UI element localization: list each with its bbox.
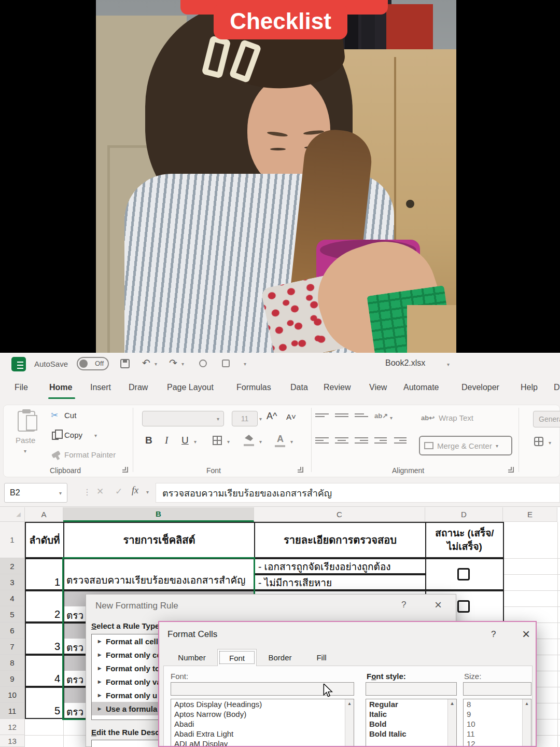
nfr-help-icon[interactable]: ? [401, 600, 406, 610]
confirm-entry-icon[interactable]: ✓ [115, 486, 122, 497]
customize-toolbar-chevron-icon[interactable]: ▾ [244, 361, 246, 367]
font-style-option[interactable]: Bold [366, 719, 456, 729]
tab-border[interactable]: Border [257, 649, 303, 666]
accounting-format-chevron-icon[interactable]: ▾ [549, 440, 551, 446]
size-option[interactable]: 9 [464, 709, 531, 719]
row-header-9[interactable]: 9 [0, 671, 25, 687]
fc-help-icon[interactable]: ? [491, 629, 496, 640]
italic-icon[interactable]: I [165, 435, 168, 446]
wrap-text-button[interactable]: Wrap Text [439, 413, 473, 422]
fc-close-icon[interactable]: × [522, 626, 530, 642]
tab-page-layout[interactable]: Page Layout [167, 383, 214, 392]
align-top-icon[interactable] [315, 412, 329, 421]
cell-a8[interactable]: 4 [25, 655, 64, 687]
excel-logo-icon[interactable] [11, 357, 26, 371]
redo-chevron-icon[interactable]: ▾ [181, 361, 184, 367]
copy-button[interactable]: Copy [64, 431, 82, 439]
row-header-4[interactable]: 4 [0, 590, 25, 606]
decrease-indent-icon[interactable] [374, 436, 388, 445]
cell-c2[interactable]: - เอกสารถูกจัดเรียงอย่างถูกต้อง [254, 558, 426, 574]
font-color-chevron-icon[interactable]: ▾ [290, 439, 293, 445]
status-checkbox[interactable] [457, 568, 470, 580]
tab-number[interactable]: Number [166, 649, 217, 666]
row-header-8[interactable]: 8 [0, 655, 25, 671]
align-center-icon[interactable] [335, 436, 348, 445]
tab-automate[interactable]: Automate [403, 383, 439, 392]
row-header-2[interactable]: 2 [0, 558, 25, 574]
select-all-corner[interactable]: ◢ [0, 507, 25, 522]
font-option[interactable]: ADLaM Display [171, 739, 354, 747]
row-header-5[interactable]: 5 [0, 606, 25, 622]
cell-b2-active[interactable]: ตรวจสอบความเรียบร้อยของเอกสารสำคัญ [63, 558, 255, 590]
fill-color-chevron-icon[interactable]: ▾ [259, 439, 262, 445]
font-option[interactable]: Abadi Extra Light [171, 729, 354, 739]
cell-c1[interactable]: รายละเอียดการตรวจสอบ [254, 522, 426, 558]
paste-chevron-icon[interactable]: ▾ [24, 448, 26, 454]
name-box[interactable]: B2 ▾ [4, 483, 67, 503]
autosave-toggle[interactable]: Off [77, 357, 109, 370]
increase-indent-icon[interactable] [394, 436, 408, 445]
cancel-entry-icon[interactable]: ✕ [96, 486, 104, 497]
grow-font-icon[interactable]: A^ [267, 411, 277, 422]
tab-formulas[interactable]: Formulas [236, 383, 271, 392]
style-list-scrollbar[interactable]: ▴ [447, 699, 456, 747]
tab-fill[interactable]: Fill [303, 649, 340, 666]
tab-review[interactable]: Review [324, 383, 351, 392]
tab-insert[interactable]: Insert [90, 383, 111, 392]
row-header-6[interactable]: 6 [0, 622, 25, 639]
tab-home[interactable]: Home [49, 383, 72, 392]
row-header-13[interactable]: 13 [0, 735, 25, 747]
qat-list-icon[interactable] [222, 359, 230, 367]
font-size-input[interactable] [463, 682, 531, 696]
font-size-combobox[interactable]: 11 [232, 411, 258, 426]
column-header-a[interactable]: A [25, 507, 63, 522]
scroll-up-icon[interactable]: ▴ [348, 700, 351, 706]
format-painter-button[interactable]: Format Painter [64, 450, 116, 459]
column-header-e[interactable]: E [503, 507, 557, 522]
cut-button[interactable]: Cut [64, 411, 76, 420]
tab-file[interactable]: File [15, 383, 28, 392]
copy-chevron-icon[interactable]: ▾ [94, 433, 97, 438]
cut-icon[interactable]: ✂ [51, 410, 58, 421]
scroll-up-icon[interactable]: ▴ [525, 700, 528, 706]
column-header-d[interactable]: D [425, 507, 503, 522]
orientation-chevron-icon[interactable]: ▾ [390, 415, 393, 421]
font-style-input[interactable] [366, 682, 457, 696]
qat-shape-icon[interactable] [199, 359, 207, 367]
paste-icon[interactable] [18, 411, 35, 432]
cell-a10[interactable]: 5 [25, 687, 64, 719]
workbook-filename[interactable]: Book2.xlsx [385, 358, 425, 368]
font-name-combobox[interactable] [142, 411, 224, 426]
wrap-text-icon[interactable]: ab↩ [421, 414, 435, 422]
tab-developer[interactable]: Developer [461, 383, 499, 392]
font-style-option[interactable]: Regular [366, 699, 456, 709]
cell-a2[interactable]: 1 [25, 558, 64, 590]
row-header-10[interactable]: 10 [0, 687, 25, 703]
size-option[interactable]: 11 [464, 729, 531, 739]
accounting-format-icon[interactable] [534, 437, 543, 446]
name-box-chevron-icon[interactable]: ▾ [59, 490, 62, 496]
column-header-c[interactable]: C [254, 507, 425, 522]
insert-function-icon[interactable]: fx [132, 485, 138, 496]
nfr-close-icon[interactable]: × [435, 598, 442, 612]
column-header-b[interactable]: B [63, 507, 254, 522]
tab-font[interactable]: Font [217, 649, 257, 666]
undo-chevron-icon[interactable]: ▾ [155, 361, 157, 367]
align-bottom-icon[interactable] [355, 412, 368, 421]
status-checkbox[interactable] [457, 600, 470, 613]
tab-partial[interactable]: D [554, 383, 560, 392]
row-header-12[interactable]: 12 [0, 719, 25, 735]
cell-d1[interactable]: สถานะ (เสร็จ/ ไม่เสร็จ) [425, 522, 504, 558]
font-option[interactable]: Aptos Narrow (Body) [171, 709, 354, 719]
formula-input[interactable]: ตรวจสอบความเรียบร้อยของเอกสารสำคัญ [156, 483, 560, 503]
font-option[interactable]: Aptos Display (Headings) [171, 699, 354, 709]
font-name-chevron-icon[interactable]: ▾ [217, 416, 219, 422]
clipboard-dialog-launcher[interactable] [122, 467, 128, 473]
filename-chevron-icon[interactable]: ▾ [447, 362, 450, 367]
scroll-up-icon[interactable]: ▴ [451, 700, 453, 706]
font-dialog-launcher[interactable] [298, 467, 303, 473]
align-right-icon[interactable] [355, 436, 368, 445]
align-left-icon[interactable] [315, 436, 329, 445]
undo-icon[interactable]: ↶ [142, 357, 150, 369]
row-header-7[interactable]: 7 [0, 639, 25, 655]
